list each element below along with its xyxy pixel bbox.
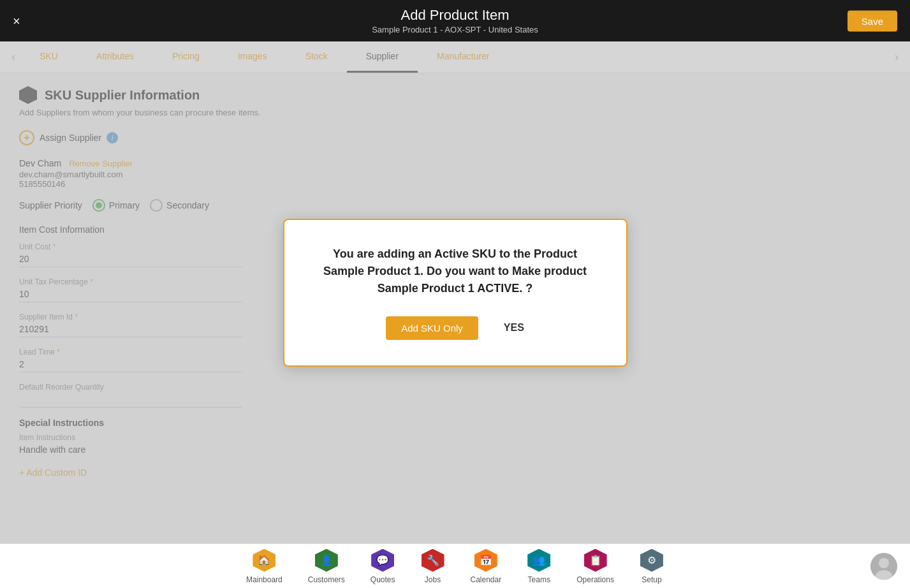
quotes-icon: 💬 xyxy=(371,548,395,573)
calendar-icon: 📅 xyxy=(474,548,498,573)
calendar-hex: 📅 xyxy=(474,549,497,572)
setup-icon: ⚙ xyxy=(640,548,664,573)
jobs-hex: 🔧 xyxy=(422,549,444,572)
nav-operations[interactable]: 📋 Operations xyxy=(576,548,614,584)
nav-teams-label: Teams xyxy=(528,575,550,584)
nav-calendar-label: Calendar xyxy=(471,575,502,584)
nav-mainboard[interactable]: 🏠 Mainboard xyxy=(246,548,283,584)
nav-teams[interactable]: 👥 Teams xyxy=(527,548,551,584)
customers-icon: 👤 xyxy=(314,548,339,573)
nav-quotes-label: Quotes xyxy=(371,575,395,584)
bottom-nav: 🏠 Mainboard 👤 Customers 💬 Quotes 🔧 Jobs … xyxy=(0,543,910,588)
modal-actions: Add SKU Only YES xyxy=(316,316,594,340)
nav-jobs[interactable]: 🔧 Jobs xyxy=(421,548,445,584)
svg-point-1 xyxy=(879,558,889,568)
add-sku-only-button[interactable]: Add SKU Only xyxy=(386,316,478,340)
nav-jobs-label: Jobs xyxy=(425,575,441,584)
setup-hex: ⚙ xyxy=(640,549,663,572)
nav-calendar[interactable]: 📅 Calendar xyxy=(471,548,502,584)
teams-icon: 👥 xyxy=(527,548,551,573)
modal-overlay: You are adding an Active SKU to the Prod… xyxy=(0,41,910,543)
modal-box: You are adding an Active SKU to the Prod… xyxy=(283,219,627,367)
mainboard-hex: 🏠 xyxy=(253,549,275,572)
close-button[interactable]: × xyxy=(13,15,20,27)
teams-hex: 👥 xyxy=(527,549,550,572)
customers-hex: 👤 xyxy=(315,549,338,572)
operations-hex: 📋 xyxy=(584,549,607,572)
modal-message: You are adding an Active SKU to the Prod… xyxy=(316,246,594,297)
nav-setup-label: Setup xyxy=(642,575,661,584)
header: × Add Product Item Sample Product 1 - AO… xyxy=(0,0,910,41)
jobs-icon: 🔧 xyxy=(421,548,445,573)
operations-icon: 📋 xyxy=(583,548,608,573)
nav-customers[interactable]: 👤 Customers xyxy=(308,548,345,584)
page-subtitle: Sample Product 1 - AOX-SPT - United Stat… xyxy=(372,25,538,34)
yes-button[interactable]: YES xyxy=(504,322,524,334)
save-button[interactable]: Save xyxy=(848,10,897,31)
quotes-hex: 💬 xyxy=(371,549,394,572)
nav-operations-label: Operations xyxy=(576,575,614,584)
nav-customers-label: Customers xyxy=(308,575,345,584)
nav-mainboard-label: Mainboard xyxy=(246,575,283,584)
page-title: Add Product Item xyxy=(401,7,510,24)
nav-setup[interactable]: ⚙ Setup xyxy=(640,548,664,584)
mainboard-icon: 🏠 xyxy=(252,548,276,573)
nav-quotes[interactable]: 💬 Quotes xyxy=(371,548,395,584)
user-avatar[interactable] xyxy=(870,553,897,580)
